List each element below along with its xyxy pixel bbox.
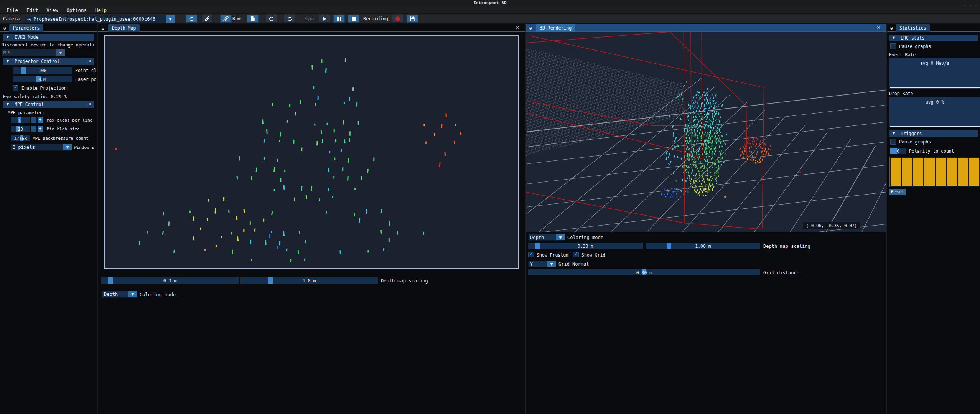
menu-help[interactable]: Help [95,7,107,13]
save-recording-button[interactable] [407,15,418,23]
section-title: Projector Control [15,59,60,64]
show-frustum-checkbox[interactable]: ✓ [528,252,534,257]
chevron-down-icon[interactable]: ▼ [63,144,72,150]
section-projector-control[interactable]: ▼ Projector Control × [3,58,94,65]
enable-projection-label: Enable Projection [21,86,67,91]
close-icon[interactable]: × [88,58,92,64]
depth-map-viewport[interactable] [104,35,519,269]
tab-3d-rendering[interactable]: 3D Rendering [536,24,575,32]
point-cloud-slider[interactable]: 100 [13,67,72,74]
decrement-button[interactable]: - [31,117,36,123]
window-size-select[interactable]: 3 pixels ▼ [11,144,72,151]
depth-scale-min-slider[interactable]: 0.3 m [101,277,239,284]
refresh-cameras-button[interactable] [186,15,197,23]
coloring-mode-label: Coloring mode [567,235,603,240]
increment-button[interactable]: + [38,117,43,123]
reload-raw-button[interactable] [284,15,295,23]
decrement-button[interactable]: - [31,126,36,132]
triggers-pause-graphs-label: Pause graphs [899,139,931,145]
polarity-spinbox[interactable]: 0 [890,148,906,154]
increment-button[interactable]: + [38,126,43,132]
evk2-mode-select[interactable]: MPE ▼ [2,49,65,56]
rendering-3d-canvas[interactable] [526,32,886,232]
depth-coloring-label: Coloring mode [140,292,176,297]
event-rate-label: Event Rate [889,52,916,58]
scale-max-slider[interactable]: 1.00 m [646,243,760,249]
triggers-pause-graphs-checkbox[interactable] [890,139,896,145]
backpressure-field[interactable]: 32768 [11,135,30,141]
camera-select[interactable]: PropheseeIntrospect:hal_plugin_psee:0000… [25,15,175,23]
depth-scale-max-slider[interactable]: 1.0 m [240,277,378,284]
close-icon[interactable]: × [876,25,881,30]
collapse-triangle-icon[interactable]: ▼ [7,35,9,39]
collapse-triangle-icon[interactable]: ▼ [893,36,895,40]
show-grid-checkbox[interactable]: ✓ [573,252,579,257]
section-evk2-mode[interactable]: ▼ EVK2 Mode [3,34,94,41]
scale-min-slider[interactable]: 0.30 m [528,243,643,249]
triggers-graph [889,157,980,187]
collapse-triangle-icon[interactable]: ▼ [7,102,9,106]
drop-rate-label: Drop Rate [889,91,913,96]
stop-button[interactable] [348,15,359,23]
dock-collapse-icon[interactable] [528,25,533,30]
trigger-bar [947,158,957,186]
close-icon[interactable]: × [515,25,519,30]
trigger-bar [969,158,979,186]
pause-button[interactable] [333,15,345,23]
chevron-down-icon[interactable]: ▼ [128,291,137,297]
tab-parameters[interactable]: Parameters [9,24,43,32]
unlink-button[interactable] [220,15,232,23]
menu-file[interactable]: File [7,7,18,13]
enable-projection-checkbox[interactable]: ✓ [13,85,18,91]
chevron-down-icon[interactable]: ▼ [166,15,175,23]
chevron-down-icon[interactable]: ▼ [547,261,556,267]
polarity-label: Polarity to count [909,148,954,154]
menu-edit[interactable]: Edit [26,7,38,13]
section-triggers[interactable]: ▼ Triggers [889,130,978,137]
menu-view[interactable]: View [46,7,58,13]
tab-statistics[interactable]: Statistics [896,24,930,32]
min-blob-spinbox[interactable]: 13 [11,126,30,132]
restart-raw-button[interactable] [265,15,277,23]
section-erc-stats[interactable]: ▼ ERC stats [889,35,978,41]
grid-distance-slider[interactable]: 0.00 m [528,269,760,275]
check-icon: ✓ [529,250,534,257]
close-icon[interactable]: × [88,101,92,107]
record-button[interactable] [392,15,404,23]
coloring-value: Depth [529,235,556,240]
dock-collapse-icon[interactable] [100,25,105,30]
trigger-bar [902,158,912,186]
collapse-triangle-icon[interactable]: ▼ [7,59,9,63]
camera-value: PropheseeIntrospect:hal_plugin_psee:0000… [32,16,166,22]
erc-pause-graphs-checkbox[interactable] [890,43,896,49]
play-button[interactable] [319,15,330,23]
collapse-triangle-icon[interactable]: ▼ [893,132,895,135]
graph-baseline [890,126,980,127]
dock-collapse-icon[interactable] [2,25,7,30]
spin-value: 6 [11,117,30,123]
grid-normal-select[interactable]: Y ▼ [528,261,556,267]
coloring-mode-select[interactable]: Depth ▼ [528,234,565,241]
section-mpe-control[interactable]: ▼ MPE Control × [3,101,94,108]
check-icon: ✓ [574,250,579,257]
pause-icon [336,15,342,23]
depth-map-header: Depth Map × [98,24,525,32]
raw-file-button[interactable] [247,15,259,23]
dock-collapse-icon[interactable] [889,25,894,30]
depth-coloring-select[interactable]: Depth ▼ [102,291,137,298]
tab-depth-map[interactable]: Depth Map [108,24,140,32]
sync-icon [287,16,293,22]
chevron-down-icon[interactable]: ▼ [556,234,565,240]
menu-options[interactable]: Options [66,7,87,13]
field-value: 32768 [11,135,30,141]
trigger-bar [936,158,946,186]
show-grid-label: Show Grid [581,252,605,258]
sync-label: Sync [304,16,315,21]
laser-power-slider[interactable]: 434 [13,76,72,82]
depth-map-canvas[interactable] [105,36,518,268]
max-blobs-spinbox[interactable]: 6 [11,117,30,123]
slider-value: 0.30 m [528,243,643,249]
link-button[interactable] [201,15,213,23]
rendering-3d-viewport[interactable]: (-0.96, -0.35, 0.07) [526,32,886,232]
reset-button[interactable]: Reset [889,189,906,195]
